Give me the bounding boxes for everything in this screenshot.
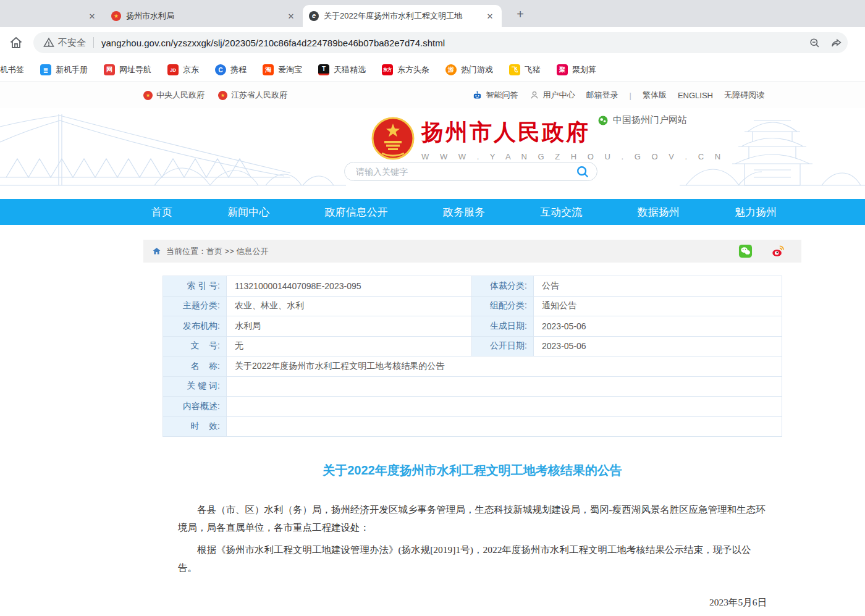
bookmark-item[interactable]: 聚 聚划算 (557, 64, 596, 75)
link-label: 用户中心 (543, 90, 575, 101)
site-masthead: 扬州市人民政府 W W W . Y A N G Z H O U . G O V … (0, 108, 865, 199)
browser-toolbar: 不安全 yangzhou.gov.cn/yzszxxgk/slj/202305/… (0, 27, 865, 58)
security-label[interactable]: 不安全 (58, 37, 86, 49)
link-label: 繁体版 (643, 90, 667, 101)
bookmark-label: 网址导航 (119, 64, 151, 75)
meta-value-title: 关于2022年度扬州市水利工程文明工地考核结果的公告 (227, 357, 782, 377)
link-central-gov[interactable]: ★ 中央人民政府 (143, 90, 205, 101)
not-secure-warning-icon[interactable] (43, 37, 54, 48)
meta-label: 文 号: (163, 337, 227, 357)
nav-info-disclosure[interactable]: 政府信息公开 (325, 205, 388, 219)
zoom-out-icon[interactable] (809, 37, 821, 49)
home-icon[interactable] (9, 35, 23, 50)
nav-charm[interactable]: 魅力扬州 (735, 205, 777, 219)
weibo-share-icon[interactable] (771, 244, 785, 258)
search-icon[interactable] (576, 165, 589, 179)
meta-value-summary (227, 397, 782, 417)
meta-value-group: 通知公告 (534, 297, 782, 317)
nav-services[interactable]: 政务服务 (443, 205, 485, 219)
bookmark-item[interactable]: T 天猫精选 (318, 64, 366, 75)
url-text[interactable]: yangzhou.gov.cn/yzszxxgk/slj/202305/210c… (101, 38, 445, 48)
nav-interaction[interactable]: 互动交流 (540, 205, 582, 219)
tab-shuiliju[interactable]: ★ 扬州市水利局 ✕ (105, 5, 303, 27)
site-utility-bar: ★ 中央人民政府 ★ 江苏省人民政府 智能问答 (0, 82, 865, 108)
hot-games-icon: 游 (445, 64, 457, 75)
link-label: 中央人民政府 (156, 90, 205, 101)
document-meta-table: 索 引 号: 11321000014407098E-2023-095 体裁分类:… (162, 276, 782, 437)
site-subtitle-url: W W W . Y A N G Z H O U . G O V . C N (421, 152, 725, 161)
bookmark-item[interactable]: 东方 东方头条 (382, 64, 429, 75)
bookmark-label: 聚划算 (572, 64, 596, 75)
link-accessibility[interactable]: 无障碍阅读 (724, 90, 764, 101)
bookmark-label: 东方头条 (397, 64, 429, 75)
meta-value-validity (227, 417, 782, 437)
meta-label: 体裁分类: (472, 276, 534, 297)
tab-active-announcement[interactable]: e 关于2022年度扬州市水利工程文明工地 ✕ (303, 5, 502, 27)
close-icon[interactable]: ✕ (86, 12, 98, 21)
bookmark-label: 天猫精选 (334, 64, 366, 75)
tab-partial[interactable]: ✕ (0, 5, 104, 27)
nav-home[interactable]: 首页 (151, 205, 172, 219)
tmall-icon: T (318, 64, 329, 75)
national-emblem-icon (371, 116, 415, 161)
taobao-icon: 淘 (263, 64, 274, 75)
emblem-icon: ★ (143, 91, 153, 100)
meta-value-index-number: 11321000014407098E-2023-095 (227, 276, 472, 297)
emblem-icon: ★ (218, 91, 227, 100)
bookmark-item[interactable]: 网 网址导航 (104, 64, 151, 75)
breadcrumb-home-icon[interactable] (152, 247, 161, 256)
bookmark-label: 热门游戏 (461, 64, 493, 75)
bookmark-item[interactable]: 机书签 (0, 64, 24, 75)
wechat-share-icon[interactable] (738, 244, 753, 258)
link-english[interactable]: ENGLISH (678, 91, 713, 100)
close-icon[interactable]: ✕ (285, 12, 297, 21)
share-icon[interactable] (830, 37, 843, 49)
meta-label: 索 引 号: (163, 276, 227, 297)
link-jiangsu-gov[interactable]: ★ 江苏省人民政府 (218, 90, 287, 101)
meta-label: 关 键 词: (163, 377, 227, 397)
close-icon[interactable]: ✕ (484, 12, 496, 21)
separator: | (630, 91, 631, 100)
bookmark-item[interactable]: ≣ 新机手册 (40, 64, 88, 75)
meta-label: 名 称: (163, 357, 227, 377)
bookmark-label: 携程 (230, 64, 247, 75)
site-search[interactable] (344, 162, 597, 181)
page-content: 当前位置：首页 >> 信息公开 (143, 240, 801, 616)
link-label: 邮箱登录 (586, 90, 618, 101)
article-paragraph: 各县（市、区）水利（务）局，扬州经济开发区城乡事务管理局，生态科技新城规划建设局… (178, 501, 767, 536)
new-tab-button[interactable]: + (512, 6, 529, 23)
bookmark-item[interactable]: 游 热门游戏 (445, 64, 493, 75)
bookmark-item[interactable]: 淘 爱淘宝 (263, 64, 302, 75)
bookmark-item[interactable]: 飞 飞猪 (509, 64, 541, 75)
ctrip-dolphin-icon: C (215, 64, 226, 75)
meta-label: 主题分类: (163, 297, 227, 317)
meta-value-keywords (227, 377, 782, 397)
bookmark-item[interactable]: C 携程 (215, 64, 247, 75)
fliggy-pig-icon: 飞 (509, 64, 520, 75)
link-mail-login[interactable]: 邮箱登录 (586, 90, 618, 101)
header-illustration-bridge (0, 108, 346, 199)
bookmark-label: 飞猪 (525, 64, 541, 75)
meta-value-doc-number: 无 (227, 337, 472, 357)
address-bar[interactable]: 不安全 yangzhou.gov.cn/yzszxxgk/slj/202305/… (33, 32, 848, 53)
nav-data[interactable]: 数据扬州 (638, 205, 680, 219)
bookmark-label: 爱淘宝 (278, 64, 302, 75)
link-traditional[interactable]: 繁体版 (643, 90, 667, 101)
meta-value-genre: 公告 (534, 276, 782, 297)
bookmark-item[interactable]: JD 京东 (167, 64, 199, 75)
omnibox-divider (93, 37, 94, 48)
link-label: 无障碍阅读 (724, 90, 764, 101)
link-user-center[interactable]: 用户中心 (530, 90, 575, 101)
portal-link[interactable]: 中国扬州门户网站 (597, 114, 687, 126)
emblem-favicon-icon: ★ (111, 11, 121, 21)
link-label: 智能问答 (486, 90, 518, 101)
nav-news[interactable]: 新闻中心 (227, 205, 269, 219)
robot-icon (472, 90, 483, 101)
link-smart-qa[interactable]: 智能问答 (472, 90, 518, 101)
meta-value-created-date: 2023-05-06 (534, 316, 782, 337)
search-input[interactable] (356, 167, 576, 177)
meta-label: 内容概述: (163, 397, 227, 417)
breadcrumb-text[interactable]: 当前位置：首页 >> 信息公开 (166, 246, 268, 257)
browser-tab-bar: ✕ ★ 扬州市水利局 ✕ e 关于2022年度扬州市水利工程文明工地 ✕ + (0, 0, 865, 27)
bookmarks-bar: 机书签 ≣ 新机手册 网 网址导航 JD 京东 C 携程 淘 爱淘宝 T 天猫精… (0, 58, 865, 82)
